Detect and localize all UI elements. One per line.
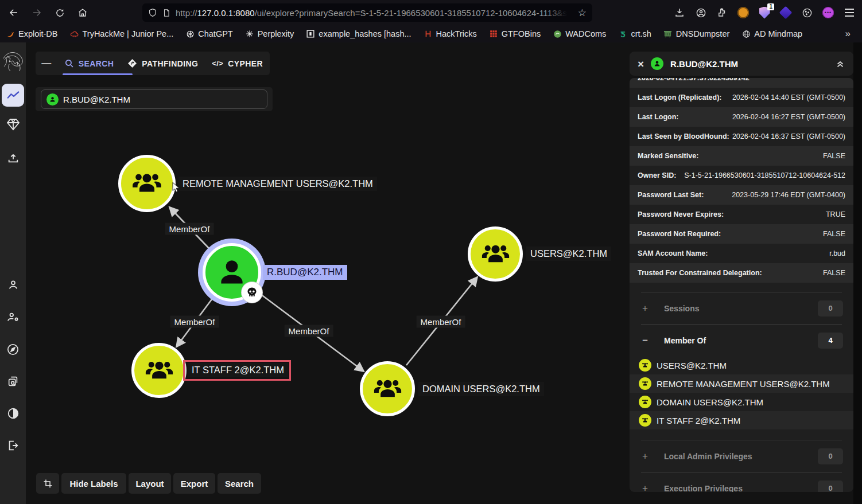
search-icon	[64, 58, 74, 68]
extension-shield-icon[interactable]: 1	[756, 5, 772, 21]
sessions-count-badge: 0	[818, 300, 843, 317]
section-member-of[interactable]: − Member Of 4	[630, 325, 853, 356]
account-icon[interactable]	[693, 5, 709, 21]
details-panel-header: × R.BUD@K2.THM	[630, 52, 853, 76]
page-info-icon[interactable]	[162, 8, 170, 18]
gtfobins-icon	[489, 29, 498, 38]
property-row: Password Last Set:2023-05-29 17:46 EDT (…	[630, 185, 853, 205]
url-fade	[545, 5, 573, 21]
bookmark-exploit-db[interactable]: Exploit-DB	[6, 29, 58, 38]
property-row: Last Logon:2026-02-04 16:27 EST (GMT-050…	[630, 107, 853, 127]
example-hashes-icon	[306, 29, 315, 38]
property-row: Password Never Expires:TRUE	[630, 205, 853, 224]
export-button[interactable]: Export	[173, 473, 215, 494]
bookmark-hacktricks[interactable]: HackTricks	[424, 29, 477, 38]
close-icon[interactable]: ×	[638, 58, 644, 69]
download-icon[interactable]	[671, 5, 688, 21]
edge-label-memberof[interactable]: MemberOf	[170, 316, 219, 328]
bookmarks-bar: Exploit-DB TryHackMe | Junior Pe... Chat…	[0, 25, 862, 42]
node-label-it-staff-2[interactable]: IT STAFF 2@K2.THM	[188, 363, 288, 377]
node-label-users[interactable]: USERS@K2.THM	[526, 247, 611, 261]
url-text: http://127.0.0.1:8080/ui/explore?primary…	[176, 8, 572, 18]
expand-icon: +	[642, 451, 649, 462]
bookmark-star-icon[interactable]: ☆	[578, 7, 587, 19]
shield-icon[interactable]	[148, 7, 157, 18]
node-label-domain-users[interactable]: DOMAIN USERS@K2.THM	[418, 382, 544, 396]
collapse-all-icon[interactable]	[835, 59, 845, 68]
node-domain-users[interactable]	[360, 361, 415, 416]
extension-puzzle-icon[interactable]	[714, 5, 730, 21]
bookmark-crtsh[interactable]: Ƽ crt.sh	[618, 29, 651, 38]
wadcoms-icon	[553, 29, 562, 38]
member-of-item[interactable]: DOMAIN USERS@K2.THM	[630, 393, 853, 411]
details-title: R.BUD@K2.THM	[670, 59, 828, 69]
section-sessions[interactable]: + Sessions 0	[630, 292, 853, 324]
reset-view-button[interactable]	[36, 473, 59, 494]
bookmark-wadcoms[interactable]: WADComs	[553, 29, 606, 38]
edge-label-memberof[interactable]: MemberOf	[165, 223, 214, 235]
section-local-admin-privileges[interactable]: + Local Admin Privileges 0	[630, 440, 853, 472]
home-icon[interactable]	[73, 3, 92, 22]
section-execution-privileges[interactable]: + Execution Privileges 0	[630, 472, 853, 492]
url-bar[interactable]: http://127.0.0.1:8080/ui/explore?primary…	[142, 3, 592, 22]
cookie-icon[interactable]	[799, 5, 815, 21]
node-label-rbud[interactable]: R.BUD@K2.THM	[263, 265, 347, 280]
proxy-extension-icon[interactable]: •••	[820, 5, 836, 21]
forward-icon[interactable]	[28, 3, 46, 22]
tab-search[interactable]: SEARCH	[57, 52, 121, 75]
bookmarks-overflow-icon[interactable]: »	[845, 28, 856, 40]
back-icon[interactable]	[5, 3, 23, 22]
hacktricks-icon	[424, 29, 433, 38]
search-input[interactable]	[63, 95, 262, 104]
node-search-field[interactable]	[41, 89, 267, 109]
property-row: 2026-02-04T21:37:37.0224369142	[630, 78, 853, 88]
extension-diamond-icon[interactable]	[778, 5, 794, 21]
search-panel	[36, 87, 273, 111]
edge-label-memberof[interactable]: MemberOf	[285, 325, 333, 337]
group-node-icon	[639, 377, 651, 390]
user-node-icon	[651, 57, 663, 70]
bookmark-perplexity[interactable]: Perplexity	[245, 29, 294, 38]
member-of-item[interactable]: IT STAFF 2@K2.THM	[630, 411, 853, 429]
node-label-remote-management-users[interactable]: REMOTE MANAGEMENT USERS@K2.THM	[178, 177, 377, 191]
bookmark-example-hashes[interactable]: example_hashes [hash...	[306, 29, 411, 38]
bookmark-gtfobins[interactable]: GTFOBins	[489, 29, 541, 38]
node-it-staff-2[interactable]	[131, 343, 187, 398]
edge-label-memberof[interactable]: MemberOf	[417, 316, 465, 328]
menu-icon[interactable]	[841, 5, 857, 21]
object-properties: 2026-02-04T21:37:37.0224369142 Last Logo…	[630, 78, 853, 283]
node-remote-management-users[interactable]	[118, 155, 176, 212]
explore-tabbar: — SEARCH PATHFINDING </> CYPHER	[36, 52, 270, 75]
group-node-icon	[639, 396, 651, 408]
hide-labels-button[interactable]: Hide Labels	[61, 473, 126, 494]
tab-cypher[interactable]: </> CYPHER	[205, 52, 270, 75]
member-of-item[interactable]: USERS@K2.THM	[630, 356, 853, 374]
tab-pathfinding[interactable]: PATHFINDING	[121, 52, 205, 75]
member-of-list: USERS@K2.THM REMOTE MANAGEMENT USERS@K2.…	[630, 356, 853, 440]
bookmark-tryhackme[interactable]: TryHackMe | Junior Pe...	[70, 29, 174, 38]
member-of-item[interactable]: REMOTE MANAGEMENT USERS@K2.THM	[630, 374, 853, 393]
details-panel[interactable]: 2026-02-04T21:37:37.0224369142 Last Logo…	[630, 78, 853, 492]
minimize-panel-button[interactable]: —	[36, 58, 57, 69]
local-admin-count-badge: 0	[818, 448, 843, 464]
bookmark-chatgpt[interactable]: ChatGPT	[185, 29, 232, 38]
property-row: Trusted For Constrained Delegation:FALSE	[630, 263, 853, 283]
bookmark-dnsdumpster[interactable]: DNSDumpster	[663, 29, 729, 38]
node-users[interactable]	[468, 226, 523, 282]
crop-icon	[43, 479, 53, 489]
layout-button[interactable]: Layout	[129, 473, 171, 494]
dnsdumpster-icon	[663, 29, 673, 38]
group-node-icon	[639, 414, 651, 427]
pathfinding-icon	[127, 58, 137, 68]
bookmark-ad-mindmap[interactable]: AD Mindmap	[741, 29, 802, 38]
extension-orange-icon[interactable]	[735, 5, 751, 21]
reload-icon[interactable]	[51, 3, 69, 22]
expand-icon: +	[642, 483, 649, 493]
active-tab-underline	[63, 73, 133, 76]
tryhackme-icon	[70, 29, 79, 38]
property-row: Owner SID:S-1-5-21-1966530601-3185510712…	[630, 166, 853, 185]
property-row: Last Logon (Replicated):2026-02-04 14:40…	[630, 88, 853, 107]
extension-badge: 1	[767, 3, 774, 10]
graph-search-button[interactable]: Search	[218, 473, 261, 494]
property-row: Marked Sensitive:FALSE	[630, 146, 853, 166]
